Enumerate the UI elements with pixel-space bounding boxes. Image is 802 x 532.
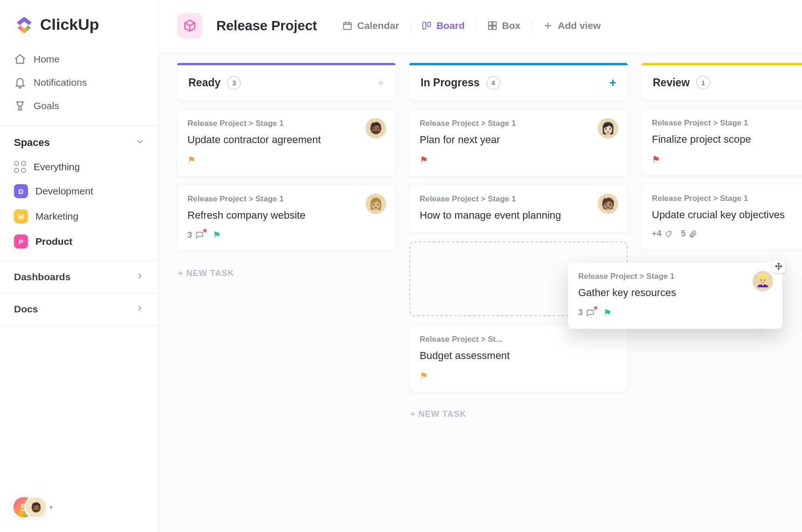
svg-rect-5	[488, 26, 491, 29]
svg-rect-3	[488, 22, 491, 25]
breadcrumb: Release Project > Stage 1	[652, 118, 799, 128]
dragging-task-card[interactable]: Release Project > Stage 1 Gather key res…	[568, 263, 782, 329]
add-card-button[interactable]: +	[377, 76, 384, 90]
space-label: Development	[35, 186, 93, 197]
card-title: Finalize project scope	[652, 132, 796, 146]
avatar-stack: S 🧔🏾	[12, 495, 46, 520]
priority-flag-icon[interactable]: ⚑	[420, 154, 428, 166]
plus-icon	[543, 21, 553, 31]
space-badge-icon: M	[14, 209, 28, 223]
assignee-avatar[interactable]: 👩🏼	[366, 193, 386, 214]
svg-point-7	[669, 233, 670, 234]
nav-label: Notifications	[34, 77, 87, 88]
unread-dot-icon	[594, 306, 597, 310]
board-icon	[422, 21, 432, 31]
task-card[interactable]: Release Project > Stage 1 Refresh compan…	[177, 185, 395, 251]
priority-flag-icon[interactable]: ⚑	[213, 229, 221, 241]
sidebar-item-everything[interactable]: Everything	[0, 155, 158, 179]
chevron-right-icon	[136, 271, 144, 283]
svg-rect-6	[492, 26, 496, 29]
tab-board[interactable]: Board	[410, 16, 476, 35]
svg-rect-1	[423, 22, 426, 29]
column-header[interactable]: Review 1	[642, 65, 802, 100]
assignee-avatar[interactable]: 🧔🏾	[366, 118, 386, 138]
sidebar-dashboards[interactable]: Dashboards	[0, 261, 158, 293]
assignee-avatar[interactable]: 👱🏻‍♀️	[753, 271, 773, 291]
priority-flag-icon[interactable]: ⚑	[187, 154, 196, 166]
sidebar-item-development[interactable]: D Development	[0, 179, 158, 204]
svg-rect-2	[428, 22, 430, 27]
add-view-button[interactable]: Add view	[532, 16, 612, 35]
calendar-icon	[342, 21, 353, 31]
column-count-badge: 3	[227, 76, 241, 90]
card-title: Plan for next year	[420, 133, 564, 147]
breadcrumb: Release Project > Stage 1	[420, 119, 617, 128]
card-title: Budget assessment	[420, 349, 564, 363]
nav-label: Goals	[34, 100, 59, 111]
chevron-down-icon	[136, 137, 144, 149]
everything-icon	[14, 161, 26, 173]
tab-label: Box	[502, 20, 521, 31]
column-header[interactable]: In Progress 4 +	[409, 65, 628, 100]
svg-rect-4	[492, 22, 496, 25]
assignee-avatar[interactable]: 🧑🏽	[598, 193, 618, 214]
task-card[interactable]: Release Project > Stage 1 Update crucial…	[642, 185, 802, 249]
row-label: Docs	[14, 304, 38, 315]
topbar: Release Project Calendar Board Box Add v…	[159, 0, 802, 54]
column-title: Review	[653, 76, 690, 89]
attachments-count[interactable]: 5	[681, 229, 697, 239]
tags-count[interactable]: +4	[652, 229, 673, 239]
task-card[interactable]: Release Project > Stage 1 Plan for next …	[409, 110, 628, 176]
spaces-header[interactable]: Spaces	[0, 126, 158, 155]
card-title: How to manage event planning	[420, 208, 564, 222]
breadcrumb: Release Project > Stage 1	[187, 194, 385, 204]
brand-logo[interactable]: ClickUp	[0, 0, 158, 45]
page-title: Release Project	[216, 18, 317, 34]
move-icon	[772, 260, 785, 273]
new-task-button[interactable]: + NEW TASK	[409, 401, 628, 428]
tab-box[interactable]: Box	[476, 16, 532, 35]
box-icon	[487, 21, 498, 31]
nav-notifications[interactable]: Notifications	[0, 71, 158, 94]
column-title: Ready	[188, 76, 221, 89]
bell-icon	[14, 76, 26, 89]
trophy-icon	[14, 100, 26, 112]
breadcrumb: Release Project > Stage 1	[420, 194, 617, 204]
space-badge-icon: D	[14, 184, 28, 198]
user-switcher[interactable]: S 🧔🏾 ▾	[12, 495, 53, 520]
space-label: Marketing	[35, 211, 78, 222]
new-task-button[interactable]: + NEW TASK	[177, 260, 395, 287]
space-badge-icon: P	[14, 235, 28, 249]
board: Ready 3 + Release Project > Stage 1 Upda…	[159, 54, 802, 532]
sidebar: ClickUp Home Notifications Goals Spaces …	[0, 0, 159, 532]
priority-flag-icon[interactable]: ⚑	[652, 154, 660, 165]
main-nav: Home Notifications Goals	[0, 45, 158, 126]
column-header[interactable]: Ready 3 +	[177, 65, 395, 100]
space-label: Everything	[34, 161, 80, 173]
add-card-button[interactable]: +	[609, 76, 616, 90]
chevron-right-icon	[136, 304, 144, 315]
priority-flag-icon[interactable]: ⚑	[420, 370, 428, 381]
unread-dot-icon	[203, 229, 207, 232]
priority-flag-icon[interactable]: ⚑	[603, 307, 612, 318]
task-card[interactable]: Release Project > St... Budget assessmen…	[409, 325, 628, 392]
nav-goals[interactable]: Goals	[0, 94, 158, 117]
card-title: Refresh company website	[187, 208, 332, 222]
comments-count[interactable]: 3	[578, 308, 595, 318]
tab-label: Calendar	[357, 20, 399, 31]
nav-home[interactable]: Home	[0, 48, 158, 71]
sidebar-item-marketing[interactable]: M Marketing	[0, 204, 158, 229]
task-card[interactable]: Release Project > Stage 1 Finalize proje…	[642, 109, 802, 175]
column-count-badge: 4	[486, 76, 500, 90]
tab-calendar[interactable]: Calendar	[331, 16, 410, 35]
assignee-avatar[interactable]: 👩🏻	[598, 118, 618, 138]
task-card[interactable]: Release Project > Stage 1 Update contrac…	[177, 110, 395, 176]
breadcrumb: Release Project > Stage 1	[578, 272, 772, 281]
task-card[interactable]: Release Project > Stage 1 How to manage …	[409, 185, 628, 233]
sidebar-docs[interactable]: Docs	[0, 293, 158, 325]
spaces-title: Spaces	[14, 137, 50, 149]
nav-label: Home	[34, 54, 60, 65]
row-label: Dashboards	[14, 271, 70, 283]
sidebar-item-product[interactable]: P Product	[0, 229, 158, 254]
comments-count[interactable]: 3	[187, 230, 204, 240]
